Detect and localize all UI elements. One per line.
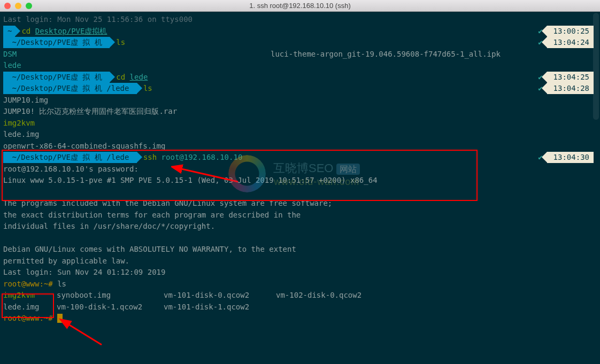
remote-prompt: root@www:~# <box>3 313 53 324</box>
time-badge: 13:00:25 <box>547 26 594 37</box>
cmd-ls: ls <box>116 37 125 49</box>
motd-line: permitted by applicable law. <box>3 255 129 267</box>
time-badge: 13:04:30 <box>547 152 594 163</box>
time-badge: 13:04:24 <box>547 37 594 48</box>
last-login-local: Last login: Mon Nov 25 11:56:36 on ttys0… <box>3 14 193 26</box>
ssh-password-prompt: root@192.168.10.10's password: <box>3 164 139 175</box>
arg-cd-lede: lede <box>130 72 148 83</box>
motd-line: The programs included with the Debian GN… <box>3 198 332 210</box>
prompt-lede: ~/Desktop/PVE虚 拟 机 /lede <box>3 152 137 163</box>
ls-output: JUMP10.img <box>3 95 48 106</box>
scrollbar[interactable] <box>593 12 600 364</box>
prompt-pve: ~/Desktop/PVE虚 拟 机 <box>3 72 110 83</box>
ls-output: lede <box>3 60 271 72</box>
terminal-body[interactable]: Last login: Mon Nov 25 11:56:36 on ttys0… <box>0 12 600 327</box>
prompt-pve: ~/Desktop/PVE虚 拟 机 <box>3 37 110 48</box>
arg-cd-pve: Desktop/PVE虚拟机 <box>35 26 107 37</box>
time-badge: 13:04:28 <box>547 83 594 94</box>
prompt-home: ~ <box>3 26 15 37</box>
svg-line-1 <box>67 323 102 345</box>
cmd-ls: ls <box>143 83 152 95</box>
remote-prompt: root@www:~# <box>3 278 53 290</box>
cursor-block <box>57 314 63 323</box>
window-title: 1. ssh root@192.168.10.10 (ssh) <box>0 2 600 10</box>
motd-line: individual files in /usr/share/doc/*/cop… <box>3 221 215 233</box>
ls-output: JUMP10! 比尔迈克粉丝专用固件老军医回归版.rar <box>3 106 177 118</box>
prompt-lede: ~/Desktop/PVE虚 拟 机 /lede <box>3 83 137 94</box>
cmd-ssh: ssh <box>143 152 157 164</box>
remote-last-login: Last login: Sun Nov 24 01:12:09 2019 <box>3 267 165 278</box>
ls-output: DSM <box>3 49 271 60</box>
window-titlebar: 1. ssh root@192.168.10.10 (ssh) <box>0 0 600 12</box>
ls-output: img2kvm <box>3 118 35 129</box>
remote-ls-output: synoboot.img <box>57 290 164 301</box>
cmd-cd: cd <box>21 26 30 37</box>
motd-line: Debian GNU/Linux comes with ABSOLUTELY N… <box>3 244 296 255</box>
scrollbar-thumb[interactable] <box>593 13 599 120</box>
cmd-remote-ls: ls <box>57 278 66 290</box>
remote-ls-output: lede.img <box>3 301 57 313</box>
time-badge: 13:04:25 <box>547 72 594 83</box>
arg-ssh: root@192.168.10.10 <box>161 152 243 164</box>
ls-output: luci-theme-argon_git-19.046.59608-f747d6… <box>271 49 538 60</box>
remote-ls-output: vm-101-disk-0.qcow2 <box>164 290 276 301</box>
ssh-uname: Linux www 5.0.15-1-pve #1 SMP PVE 5.0.15… <box>3 175 378 187</box>
ls-output: openwrt-x86-64-combined-squashfs.img <box>3 141 165 152</box>
remote-ls-output: vm-102-disk-0.qcow2 <box>276 290 361 301</box>
remote-ls-output: vm-101-disk-1.qcow2 <box>164 301 276 313</box>
motd-line: the exact distribution terms for each pr… <box>3 210 301 221</box>
remote-ls-output: vm-100-disk-1.qcow2 <box>57 301 164 313</box>
cmd-cd: cd <box>116 72 125 83</box>
ls-output: lede.img <box>3 129 39 141</box>
remote-ls-output: img2kvm <box>3 290 57 301</box>
